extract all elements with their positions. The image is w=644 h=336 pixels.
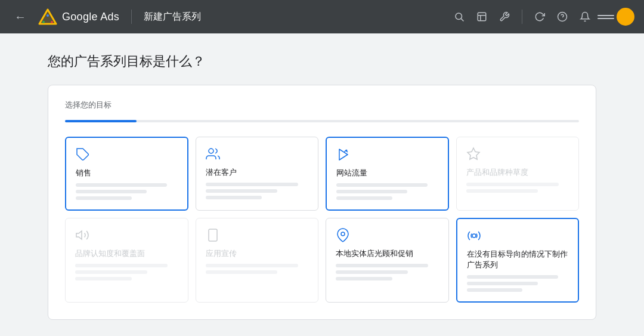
help-icon[interactable] bbox=[552, 8, 572, 26]
card-section-title: 选择您的目标 bbox=[65, 100, 579, 110]
goal-card-brand-product: 产品和品牌种草度 bbox=[456, 137, 580, 211]
local-icon bbox=[336, 228, 439, 242]
goal-card-brand-awareness: 品牌认知度和覆盖面 bbox=[65, 218, 188, 303]
brand-awareness-label: 品牌认知度和覆盖面 bbox=[75, 248, 178, 259]
svg-point-5 bbox=[456, 13, 462, 20]
bell-icon[interactable] bbox=[575, 8, 595, 26]
brand-awareness-icon bbox=[75, 228, 178, 242]
menu-line-2 bbox=[597, 18, 614, 19]
goal-card-traffic[interactable]: 网站流量 bbox=[326, 137, 449, 211]
tools-icon[interactable] bbox=[494, 8, 515, 26]
app-icon bbox=[206, 228, 309, 242]
no-goal-icon bbox=[467, 229, 569, 243]
refresh-icon[interactable] bbox=[530, 8, 550, 26]
no-goal-label: 在没有目标导向的情况下制作广告系列 bbox=[467, 249, 569, 270]
leads-icon bbox=[206, 147, 309, 161]
local-lines bbox=[336, 264, 439, 280]
goal-selection-card: 选择您的目标 销售 bbox=[48, 85, 596, 320]
logo-area: Google Ads bbox=[38, 7, 119, 26]
goal-card-app: 应用宣传 bbox=[196, 218, 319, 303]
main-content: 您的广告系列目标是什么？ 选择您的目标 销售 bbox=[0, 33, 644, 336]
leads-label: 潜在客户 bbox=[206, 167, 309, 178]
goal-card-local[interactable]: 本地实体店光顾和促销 bbox=[326, 218, 449, 303]
nav-vertical-divider bbox=[522, 10, 522, 24]
svg-point-13 bbox=[209, 149, 213, 153]
svg-marker-16 bbox=[76, 231, 82, 239]
brand-name: Google Ads bbox=[62, 11, 119, 23]
google-ads-logo-icon bbox=[38, 7, 57, 26]
brand-product-icon bbox=[466, 147, 569, 161]
search-icon[interactable] bbox=[449, 8, 469, 26]
menu-line-1 bbox=[597, 15, 614, 16]
goal-card-sales[interactable]: 销售 bbox=[65, 137, 188, 211]
progress-bar-fill bbox=[65, 120, 137, 122]
traffic-lines bbox=[336, 183, 438, 200]
svg-point-20 bbox=[472, 234, 476, 238]
sales-label: 销售 bbox=[76, 168, 178, 178]
local-label: 本地实体店光顾和促销 bbox=[336, 248, 439, 259]
svg-point-19 bbox=[341, 232, 345, 236]
app-label: 应用宣传 bbox=[206, 248, 309, 259]
page-title: 新建广告系列 bbox=[144, 11, 201, 23]
svg-point-3 bbox=[42, 21, 45, 23]
svg-point-2 bbox=[47, 14, 49, 17]
svg-point-4 bbox=[51, 21, 53, 23]
traffic-label: 网站流量 bbox=[336, 168, 438, 178]
app-lines bbox=[206, 264, 309, 274]
sales-lines bbox=[76, 183, 178, 200]
traffic-icon bbox=[336, 147, 438, 162]
chart-icon[interactable] bbox=[472, 8, 492, 26]
progress-bar-container bbox=[65, 120, 579, 122]
goal-card-leads[interactable]: 潜在客户 bbox=[196, 137, 319, 211]
leads-lines bbox=[206, 183, 309, 199]
brand-product-label: 产品和品牌种草度 bbox=[466, 167, 569, 178]
nav-divider bbox=[131, 10, 132, 24]
user-avatar[interactable] bbox=[617, 8, 634, 26]
brand-product-lines bbox=[466, 183, 569, 193]
user-menu-lines[interactable] bbox=[597, 15, 614, 19]
svg-rect-7 bbox=[478, 13, 486, 21]
svg-marker-15 bbox=[467, 148, 479, 159]
back-button[interactable]: ← bbox=[10, 8, 31, 26]
svg-line-6 bbox=[461, 19, 463, 21]
brand-awareness-lines bbox=[75, 264, 178, 280]
nav-icons bbox=[449, 8, 634, 26]
goal-grid: 销售 潜在客户 bbox=[65, 137, 579, 303]
page-heading: 您的广告系列目标是什么？ bbox=[48, 53, 596, 70]
no-goal-lines bbox=[467, 275, 569, 292]
top-navigation: ← Google Ads 新建广告系列 bbox=[0, 0, 644, 33]
goal-card-no-goal[interactable]: 在没有目标导向的情况下制作广告系列 bbox=[456, 218, 580, 303]
sales-icon bbox=[76, 147, 178, 162]
